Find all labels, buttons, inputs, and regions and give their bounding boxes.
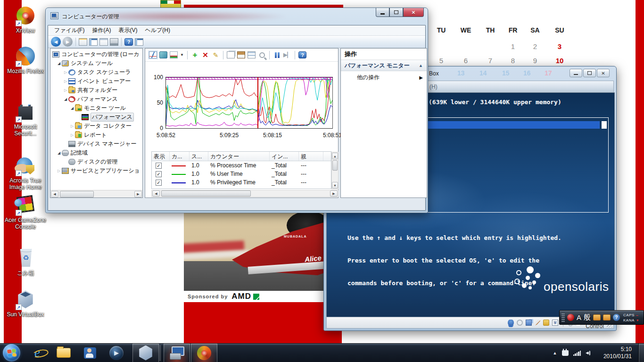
show-console-tree-icon[interactable] <box>89 38 98 46</box>
show-desktop-button[interactable] <box>638 344 644 362</box>
vbox-close-button[interactable]: ✕ <box>597 69 610 77</box>
ime-help-icon[interactable]: ? <box>613 314 620 321</box>
vbox-help-menu-fragment[interactable]: (H) <box>429 83 438 90</box>
tree-item-services-apps[interactable]: サービスとアプリケーショ <box>50 166 142 175</box>
legend-horizontal-scrollbar[interactable]: ◀ ▶ <box>151 190 339 197</box>
legend-header-row[interactable]: 表示 カ... ス... カウンター イン... 親 <box>152 152 331 161</box>
desktop-icon-microsoft-security[interactable]: ↗ MicrosoftSecurit... <box>1 102 50 137</box>
tree-horizontal-scrollbar[interactable]: ◀ ▶ <box>50 190 142 197</box>
legend-row-user-time[interactable]: ✓ 1.0 % User Time _Total --- <box>152 170 331 178</box>
clock-time[interactable]: 5:10 <box>621 346 632 353</box>
scroll-down-icon[interactable]: ▼ <box>332 182 338 189</box>
export-icon[interactable] <box>79 38 87 46</box>
show-checkbox[interactable]: ✓ <box>156 171 162 177</box>
expand-icon[interactable] <box>56 61 62 66</box>
virtualization-icon[interactable]: V <box>552 320 558 326</box>
tree-item-root[interactable]: コンピューターの管理 (ローカ <box>50 50 142 59</box>
show-checkbox[interactable]: ✓ <box>156 180 162 186</box>
collapse-icon[interactable] <box>69 124 75 128</box>
help-icon[interactable]: ? <box>124 38 133 46</box>
tree-item-task-scheduler[interactable]: タスク スケジューラ <box>50 68 142 77</box>
legend-row-privileged-time[interactable]: ✓ 1.0 % Privileged Time _Total --- <box>152 178 331 187</box>
mgmt-titlebar[interactable]: コンピューターの管理 ✕ <box>46 8 428 25</box>
legend-row-processor-time[interactable]: ✓ 1.0 % Processor Time _Total --- <box>152 161 331 170</box>
clock-area[interactable]: 5:10 2010/01/31 <box>603 344 632 362</box>
tree-item-event-viewer[interactable]: イベント ビューアー <box>50 77 142 86</box>
tree-item-performance-monitor[interactable]: パフォーマンス <box>50 113 142 122</box>
scroll-thumb[interactable] <box>60 191 94 197</box>
scroll-right-icon[interactable]: ▶ <box>330 190 338 197</box>
desktop-icon-recycle-bin[interactable]: ♻ ごみ箱 <box>1 248 50 276</box>
delete-counter-icon[interactable]: ✕ <box>201 51 209 58</box>
tree-item-data-collector[interactable]: データ コレクター <box>50 122 142 131</box>
tree-item-monitor-tools[interactable]: モニター ツール <box>50 104 142 113</box>
freeze-display-icon[interactable] <box>273 51 281 58</box>
ime-language-bar[interactable]: A 般 ? CAPS– KANA▼ <box>559 310 644 325</box>
forward-icon[interactable]: ► <box>63 37 73 47</box>
highlight-icon[interactable]: ✎ <box>212 51 220 58</box>
print-icon[interactable] <box>110 38 118 46</box>
ime-tools-icon[interactable] <box>593 314 601 321</box>
optical-disk-icon[interactable] <box>517 320 523 326</box>
taskbar-getting-started[interactable] <box>77 344 103 362</box>
chart-type-icon[interactable] <box>170 51 178 58</box>
show-checkbox[interactable]: ✓ <box>156 163 162 169</box>
taskbar-media-player[interactable]: ▶ <box>103 344 130 362</box>
collapse-icon[interactable] <box>63 88 68 92</box>
taskbar-internet-explorer[interactable]: e <box>24 344 50 362</box>
properties-icon[interactable] <box>248 51 256 58</box>
zoom-icon[interactable] <box>258 51 266 58</box>
new-window-icon[interactable] <box>135 38 143 46</box>
perfmon-help-icon[interactable]: ? <box>298 51 306 58</box>
copy-icon[interactable] <box>227 51 235 58</box>
clock-date[interactable]: 2010/01/31 <box>603 353 632 360</box>
network-signal-icon[interactable] <box>573 351 581 356</box>
chart-view-icon[interactable] <box>149 51 157 58</box>
scroll-left-icon[interactable]: ◀ <box>51 191 58 197</box>
taskbar-virtualbox[interactable] <box>132 344 159 362</box>
collapse-icon[interactable] <box>56 169 62 173</box>
scroll-right-icon[interactable]: ▶ <box>134 191 142 197</box>
tree-item-disk-management[interactable]: ディスクの管理 <box>50 157 142 166</box>
desktop-icon-gamezone[interactable]: ↗ Acer GameZoneConsole <box>1 195 50 230</box>
collapse-icon[interactable] <box>69 133 75 137</box>
update-data-icon[interactable]: ▶▏ <box>283 51 291 58</box>
tree-item-device-manager[interactable]: デバイス マネージャー <box>50 140 142 148</box>
power-icon[interactable] <box>562 350 569 356</box>
vbox-maximize-button[interactable] <box>583 69 596 77</box>
caps-label[interactable]: CAPS <box>623 313 635 317</box>
more-actions-item[interactable]: 他の操作▶ <box>341 71 427 83</box>
menu-view[interactable]: 表示(V) <box>115 25 140 35</box>
tree-item-storage[interactable]: 記憶域 <box>50 148 142 157</box>
scroll-up-icon[interactable]: ▲ <box>332 153 338 159</box>
taskbar-xnview[interactable] <box>191 344 217 362</box>
taskbar-windows-explorer[interactable] <box>50 344 77 362</box>
kana-label[interactable]: KANA <box>623 318 635 322</box>
menu-help[interactable]: ヘルプ(H) <box>141 25 173 35</box>
desktop-icon-virtualbox[interactable]: ↗ Sun VirtualBox <box>1 289 50 318</box>
collapse-icon[interactable] <box>63 70 68 74</box>
paste-icon[interactable] <box>237 51 245 58</box>
expand-icon[interactable] <box>69 106 75 110</box>
ime-conversion-mode[interactable]: 般 <box>584 313 591 322</box>
network-icon[interactable] <box>526 320 532 326</box>
actions-group-performance-monitor[interactable]: パフォーマンス モニター▲ <box>341 60 427 71</box>
collapse-icon[interactable] <box>63 79 68 83</box>
add-counter-icon[interactable]: + <box>191 51 199 58</box>
show-hidden-icons[interactable]: ▲ <box>553 351 557 355</box>
tree-item-performance[interactable]: パフォーマンス <box>50 95 142 104</box>
tree-item-system-tools[interactable]: システム ツール <box>50 59 142 68</box>
desktop-icon-firefox[interactable]: ↗ Mozilla Firefox <box>1 46 50 74</box>
vbox-minimize-button[interactable] <box>570 69 582 77</box>
scroll-thumb[interactable] <box>161 190 251 197</box>
tree-item-shared-folders[interactable]: 共有フォルダー <box>50 86 142 95</box>
menu-action[interactable]: 操作(A) <box>89 25 114 35</box>
menu-file[interactable]: ファイル(F) <box>51 25 88 35</box>
ime-toolbox-icon[interactable] <box>603 314 611 321</box>
ime-input-mode[interactable]: A <box>577 313 581 321</box>
ime-icon[interactable] <box>567 314 574 321</box>
scroll-left-icon[interactable]: ◀ <box>152 190 160 197</box>
expand-icon[interactable] <box>63 97 68 101</box>
hard-disk-icon[interactable] <box>508 320 514 326</box>
back-icon[interactable]: ◄ <box>51 37 61 47</box>
